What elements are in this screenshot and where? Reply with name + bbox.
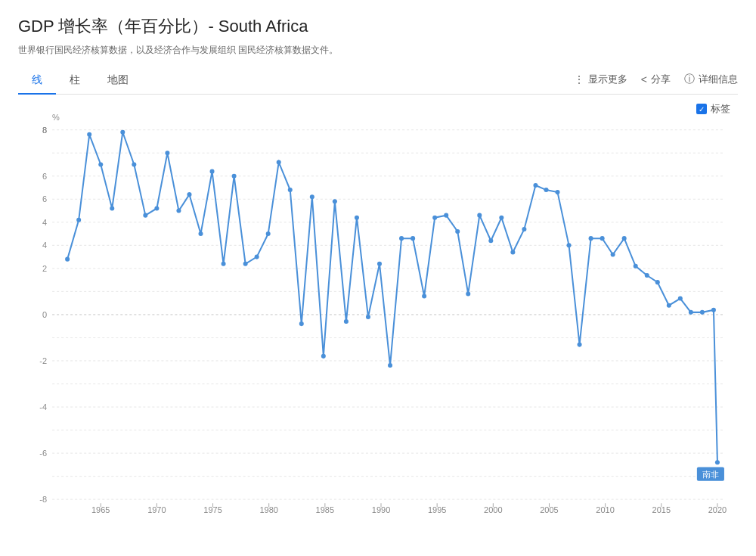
svg-text:-6: -6 — [39, 449, 47, 458]
svg-point-111 — [700, 310, 705, 315]
svg-point-97 — [544, 188, 548, 192]
svg-point-80 — [355, 216, 359, 220]
svg-point-113 — [715, 460, 720, 464]
svg-point-74 — [288, 188, 293, 192]
more-icon: ⋮ — [574, 73, 584, 85]
svg-point-102 — [600, 236, 605, 241]
svg-point-64 — [176, 208, 181, 213]
svg-text:4: 4 — [42, 218, 47, 227]
tab-map[interactable]: 地图 — [94, 67, 142, 95]
svg-point-57 — [98, 162, 103, 166]
svg-point-88 — [444, 213, 448, 218]
tabs-bar: 线 柱 地图 ⋮ 显示更多 < 分享 ⓘ 详细信息 — [18, 67, 738, 95]
svg-point-107 — [655, 280, 660, 284]
show-more-button[interactable]: ⋮ 显示更多 — [574, 73, 627, 86]
svg-point-104 — [622, 236, 627, 241]
svg-text:%: % — [52, 113, 60, 122]
tab-bar[interactable]: 柱 — [56, 67, 94, 95]
svg-point-56 — [87, 132, 91, 137]
show-more-label: 显示更多 — [588, 73, 627, 86]
svg-point-54 — [65, 257, 70, 262]
svg-point-55 — [76, 218, 81, 222]
share-button[interactable]: < 分享 — [641, 73, 671, 86]
svg-point-84 — [399, 236, 404, 241]
svg-point-98 — [555, 190, 559, 194]
tabs-actions: ⋮ 显示更多 < 分享 ⓘ 详细信息 — [574, 73, 738, 89]
svg-point-105 — [634, 264, 638, 269]
svg-point-103 — [611, 252, 615, 256]
svg-point-66 — [199, 231, 203, 236]
svg-point-89 — [455, 229, 460, 234]
svg-point-63 — [165, 151, 169, 155]
svg-point-76 — [310, 194, 314, 199]
svg-point-61 — [143, 213, 147, 218]
svg-point-92 — [488, 238, 493, 243]
svg-point-59 — [120, 130, 125, 135]
svg-point-99 — [567, 243, 572, 247]
svg-point-109 — [678, 296, 683, 300]
svg-text:-4: -4 — [39, 402, 47, 412]
info-button[interactable]: ⓘ 详细信息 — [684, 73, 738, 86]
page-subtitle: 世界银行国民经济核算数据，以及经济合作与发展组织 国民经济核算数据文件。 — [18, 44, 738, 57]
page-container: GDP 增长率（年百分比）- South Africa 世界银行国民经济核算数据… — [0, 0, 756, 545]
svg-text:8: 8 — [42, 126, 47, 135]
line-chart: 8 6 4 8 6 4 2 0 -2 -4 -6 -8 % 1965 1970 … — [18, 99, 738, 538]
svg-point-58 — [110, 206, 114, 210]
svg-text:2: 2 — [42, 264, 47, 273]
svg-text:0: 0 — [42, 310, 47, 319]
svg-text:6: 6 — [42, 194, 47, 203]
share-icon: < — [641, 73, 647, 85]
svg-point-91 — [477, 213, 482, 218]
info-label: 详细信息 — [699, 73, 738, 86]
tab-line[interactable]: 线 — [18, 67, 56, 95]
svg-point-112 — [711, 308, 716, 312]
svg-point-69 — [232, 174, 237, 179]
svg-point-78 — [333, 199, 337, 203]
svg-point-100 — [578, 343, 582, 347]
svg-point-62 — [154, 206, 159, 210]
svg-text:4: 4 — [42, 241, 47, 250]
svg-point-83 — [388, 363, 392, 368]
page-title: GDP 增长率（年百分比）- South Africa — [18, 15, 738, 38]
svg-point-85 — [411, 236, 415, 241]
svg-point-77 — [321, 354, 326, 359]
svg-point-67 — [210, 169, 215, 174]
svg-point-71 — [255, 255, 259, 259]
svg-point-106 — [645, 273, 649, 278]
svg-point-68 — [222, 262, 226, 266]
svg-point-70 — [243, 262, 248, 266]
svg-point-79 — [344, 319, 349, 324]
svg-point-65 — [187, 192, 191, 197]
info-icon: ⓘ — [684, 73, 695, 86]
svg-point-90 — [466, 291, 470, 296]
svg-text:-2: -2 — [39, 356, 47, 365]
svg-point-86 — [422, 294, 426, 298]
svg-point-108 — [667, 303, 671, 308]
share-label: 分享 — [651, 73, 671, 86]
svg-point-94 — [510, 250, 515, 254]
svg-text:-8: -8 — [39, 495, 47, 504]
svg-point-75 — [299, 321, 304, 326]
chart-area: 标签 8 6 — [18, 99, 738, 538]
svg-point-82 — [377, 262, 382, 266]
svg-text:南非: 南非 — [702, 470, 719, 479]
svg-point-73 — [277, 160, 281, 164]
svg-point-93 — [499, 216, 503, 220]
svg-point-110 — [689, 310, 693, 315]
svg-point-72 — [266, 231, 271, 236]
svg-point-95 — [522, 227, 526, 231]
svg-point-96 — [533, 183, 538, 188]
svg-point-101 — [589, 236, 593, 241]
svg-point-81 — [366, 315, 370, 319]
svg-point-87 — [432, 216, 437, 220]
tabs-left: 线 柱 地图 — [18, 67, 142, 94]
svg-text:6: 6 — [42, 172, 47, 181]
svg-point-60 — [132, 162, 136, 166]
